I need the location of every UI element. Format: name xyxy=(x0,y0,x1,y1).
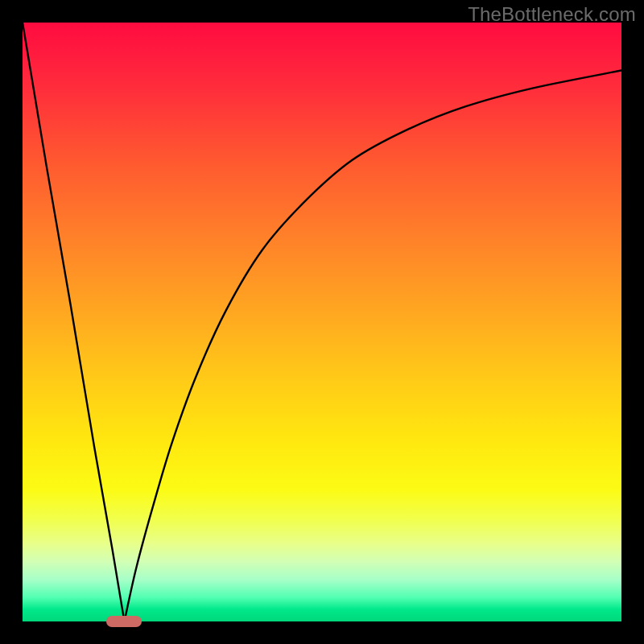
minimum-marker xyxy=(106,616,142,627)
plot-area xyxy=(23,23,621,621)
watermark-text: TheBottleneck.com xyxy=(468,3,636,26)
left-curve xyxy=(23,23,125,621)
right-curve xyxy=(125,71,622,622)
chart-frame: TheBottleneck.com xyxy=(0,0,644,644)
curve-layer xyxy=(23,23,621,621)
